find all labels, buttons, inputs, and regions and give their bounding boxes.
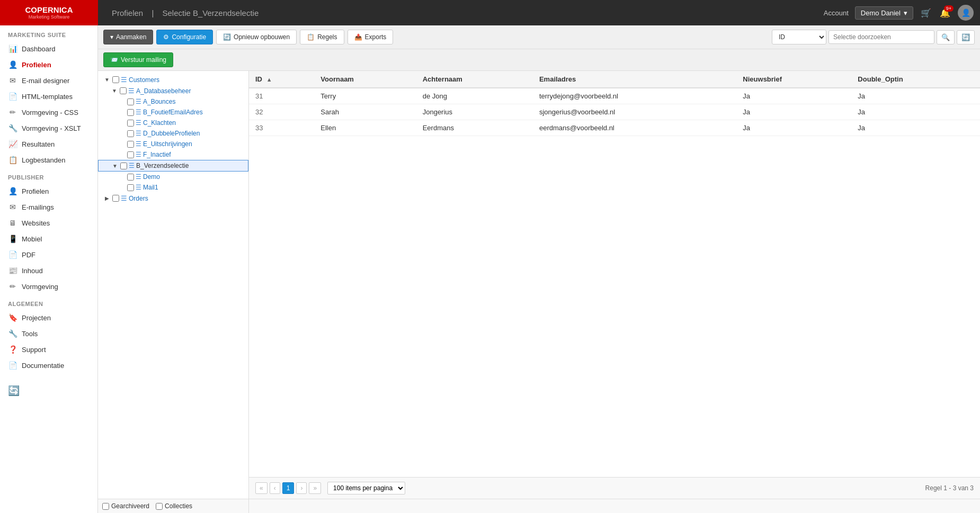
dashboard-icon: 📊	[8, 44, 17, 53]
reload-button[interactable]: 🔄	[957, 30, 975, 44]
exports-button[interactable]: 📤 Exports	[348, 30, 394, 44]
d-dubbele-checkbox[interactable]	[127, 130, 134, 137]
tree-item-customers[interactable]: ▼ ☰ Customers	[98, 74, 248, 85]
search-input[interactable]	[828, 30, 934, 44]
sidebar-item-html-templates[interactable]: 📄 HTML-templates	[0, 88, 97, 104]
sidebar-item-vormgeving-css[interactable]: ✏ Vormgeving - CSS	[0, 104, 97, 120]
col-header-id[interactable]: ID ▲	[249, 71, 314, 88]
col-header-voornaam[interactable]: Voornaam	[314, 71, 416, 88]
sidebar-item-publisher-websites[interactable]: 🖥 Websites	[0, 215, 97, 231]
sidebar-item-dashboard[interactable]: 📊 Dashboard	[0, 41, 97, 57]
selection-icon: ☰	[136, 109, 141, 116]
opnieuw-opbouwen-button[interactable]: 🔄 Opnieuw opbouwen	[216, 30, 297, 44]
collapse-icon[interactable]: ▼	[103, 76, 111, 84]
f-inactief-checkbox[interactable]	[127, 151, 134, 158]
tree-item-demo[interactable]: ▶ ☰ Demo	[98, 172, 248, 182]
pagination: « ‹ 1 › » 10 items per pagina 25 items p…	[249, 477, 980, 499]
tree-item-f-inactief[interactable]: ▶ ☰ F_Inactief	[98, 149, 248, 160]
gearchiveerd-toggle[interactable]: Gearchiveerd	[102, 502, 149, 510]
sidebar-item-publisher-mobiel[interactable]: 📱 Mobiel	[0, 231, 97, 247]
pub-vormgeving-icon: ✏	[8, 282, 17, 291]
a-bounces-checkbox[interactable]	[127, 98, 134, 105]
expand-icon[interactable]: ▶	[103, 195, 111, 202]
cell-emailadres: sjongerius@voorbeeld.nl	[533, 104, 736, 120]
gearchiveerd-checkbox[interactable]	[102, 503, 109, 510]
table-row[interactable]: 32 Sarah Jongerius sjongerius@voorbeeld.…	[249, 104, 980, 120]
table-row[interactable]: 33 Ellen Eerdmans eerdmans@voorbeeld.nl …	[249, 120, 980, 136]
shopping-cart-icon[interactable]: 🛒	[920, 6, 932, 19]
last-page-button[interactable]: »	[309, 482, 321, 494]
sidebar-item-label: Resultaten	[22, 140, 55, 148]
sidebar-item-label: Documentatie	[22, 362, 64, 370]
notification-bell-icon[interactable]: 🔔 9+	[939, 6, 951, 19]
sidebar-item-publisher-vormgeving[interactable]: ✏ Vormgeving	[0, 278, 97, 294]
b-foutief-checkbox[interactable]	[127, 109, 134, 116]
sidebar-item-label: Mobiel	[22, 235, 42, 243]
user-dropdown[interactable]: Demo Daniel ▾	[855, 6, 913, 20]
sync-icon[interactable]: 🔄	[8, 385, 20, 396]
collecties-toggle[interactable]: Collecties	[156, 502, 192, 510]
col-header-nieuwsbrief[interactable]: Nieuwsbrief	[736, 71, 851, 88]
sidebar-item-vormgeving-xslt[interactable]: 🔧 Vormgeving - XSLT	[0, 120, 97, 136]
sidebar-item-email-designer[interactable]: ✉ E-mail designer	[0, 73, 97, 88]
sidebar-item-documentatie[interactable]: 📄 Documentatie	[0, 357, 97, 373]
tree-item-b-foutief[interactable]: ▶ ☰ B_FoutiefEmailAdres	[98, 107, 248, 118]
e-uitschrijvingen-checkbox[interactable]	[127, 141, 134, 148]
sidebar-item-tools[interactable]: 🔧 Tools	[0, 326, 97, 341]
cell-achternaam: Eerdmans	[416, 120, 533, 136]
collapse-icon[interactable]: ▼	[111, 162, 119, 169]
sidebar-item-support[interactable]: ❓ Support	[0, 341, 97, 357]
data-bottom	[249, 499, 980, 513]
per-page-select[interactable]: 10 items per pagina 25 items per pagina …	[327, 482, 405, 494]
selection-icon: ☰	[128, 87, 135, 95]
sidebar-item-projecten[interactable]: 🔖 Projecten	[0, 310, 97, 326]
demo-checkbox[interactable]	[127, 174, 134, 181]
customers-label: Customers	[129, 76, 159, 84]
sidebar-item-label: Projecten	[22, 314, 51, 322]
first-page-button[interactable]: «	[255, 482, 268, 494]
customers-checkbox[interactable]	[112, 76, 119, 83]
b-verzendselectie-checkbox[interactable]	[120, 163, 127, 169]
sidebar-item-resultaten[interactable]: 📈 Resultaten	[0, 136, 97, 152]
tree-item-mail1[interactable]: ▶ ☰ Mail1	[98, 182, 248, 193]
regels-button[interactable]: 📋 Regels	[300, 30, 344, 44]
tree-item-d-dubbele[interactable]: ▶ ☰ D_DubbeleProfielen	[98, 128, 248, 139]
col-header-double-optin[interactable]: Double_Optin	[851, 71, 980, 88]
a-databasebeheer-checkbox[interactable]	[120, 87, 127, 94]
configuratie-button[interactable]: ⚙ Configuratie	[156, 30, 213, 44]
sidebar-item-publisher-emailings[interactable]: ✉ E-mailings	[0, 199, 97, 215]
sidebar-item-label: Vormgeving - CSS	[22, 109, 78, 116]
prev-page-button[interactable]: ‹	[270, 482, 280, 494]
sidebar-item-publisher-pdf[interactable]: 📄 PDF	[0, 247, 97, 263]
tree-item-e-uitschrijvingen[interactable]: ▶ ☰ E_Uitschrijvingen	[98, 139, 248, 149]
search-button[interactable]: 🔍	[937, 30, 955, 44]
sidebar-item-label: Vormgeving	[22, 283, 58, 291]
search-field-select[interactable]: ID Voornaam Achternaam	[772, 30, 826, 44]
avatar[interactable]: 👤	[958, 5, 974, 21]
tree-item-c-klachten[interactable]: ▶ ☰ C_Klachten	[98, 118, 248, 128]
next-page-button[interactable]: ›	[296, 482, 307, 494]
collecties-checkbox[interactable]	[156, 503, 163, 510]
c-klachten-checkbox[interactable]	[127, 120, 134, 127]
current-page-button[interactable]: 1	[282, 482, 295, 494]
sidebar-item-publisher-profielen[interactable]: 👤 Profielen	[0, 183, 97, 199]
col-header-emailadres[interactable]: Emailadres	[533, 71, 736, 88]
tree-item-a-databasebeheer[interactable]: ▼ ☰ A_Databasebeheer	[98, 85, 248, 96]
table-row[interactable]: 31 Terry de Jong terrydejong@voorbeeld.n…	[249, 88, 980, 104]
orders-checkbox[interactable]	[112, 195, 119, 202]
tree-item-b-verzendselectie[interactable]: ▼ ☰ B_Verzendselectie	[98, 160, 248, 172]
sidebar: Marketing Suite 📊 Dashboard 👤 Profielen …	[0, 25, 98, 513]
logo-area[interactable]: COPERNICA Marketing Software	[0, 0, 98, 25]
col-header-achternaam[interactable]: Achternaam	[416, 71, 533, 88]
collapse-icon[interactable]: ▼	[111, 87, 118, 95]
verstuur-mailing-button[interactable]: 📨 Verstuur mailing	[103, 52, 173, 67]
selection-icon: ☰	[136, 130, 141, 137]
algemeen-section-label: Algemeen	[0, 294, 97, 310]
sidebar-item-logbestanden[interactable]: 📋 Logbestanden	[0, 152, 97, 168]
tree-item-a-bounces[interactable]: ▶ ☰ A_Bounces	[98, 96, 248, 107]
sidebar-item-profielen[interactable]: 👤 Profielen	[0, 57, 97, 73]
sidebar-item-publisher-inhoud[interactable]: 📰 Inhoud	[0, 263, 97, 278]
aanmaken-button[interactable]: ▾ Aanmaken	[103, 30, 153, 44]
mail1-checkbox[interactable]	[127, 184, 134, 191]
tree-item-orders[interactable]: ▶ ☰ Orders	[98, 193, 248, 204]
